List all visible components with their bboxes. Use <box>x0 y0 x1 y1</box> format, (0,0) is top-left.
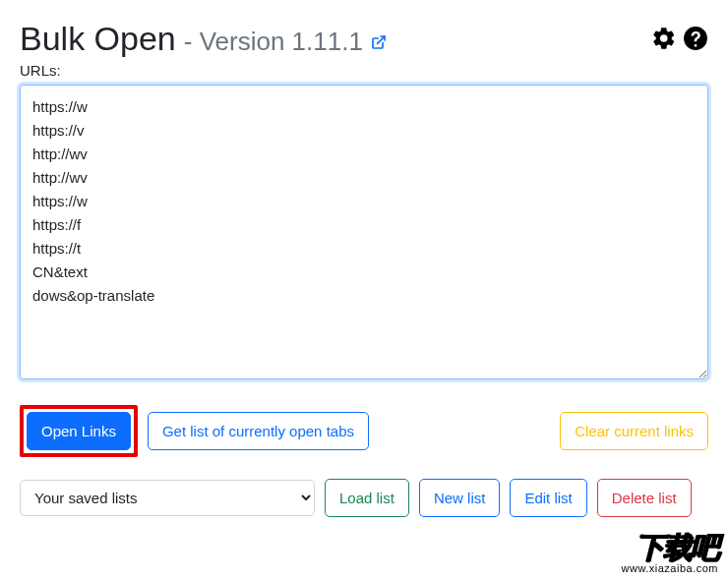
highlight-open-links: Open Links <box>20 405 138 457</box>
version-label: - Version 1.11.1 <box>184 27 363 57</box>
gear-icon[interactable] <box>651 26 677 55</box>
watermark: 下载吧 www.xiazaiba.com <box>622 528 718 574</box>
urls-label: URLs: <box>20 62 708 79</box>
clear-links-button[interactable]: Clear current links <box>560 412 708 450</box>
help-icon[interactable] <box>683 26 708 55</box>
page-title: Bulk Open <box>20 20 176 58</box>
open-links-button[interactable]: Open Links <box>27 412 131 450</box>
svg-line-0 <box>378 36 385 43</box>
external-link-icon[interactable] <box>371 34 387 54</box>
get-tabs-button[interactable]: Get list of currently open tabs <box>148 412 369 450</box>
delete-list-button[interactable]: Delete list <box>597 479 692 517</box>
saved-lists-select[interactable]: Your saved lists <box>20 480 315 516</box>
urls-textarea[interactable] <box>20 85 708 379</box>
new-list-button[interactable]: New list <box>419 479 501 517</box>
edit-list-button[interactable]: Edit list <box>510 479 586 517</box>
load-list-button[interactable]: Load list <box>325 479 409 517</box>
